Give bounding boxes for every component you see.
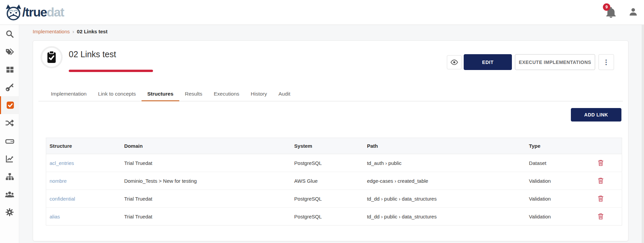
implementation-avatar <box>40 46 63 68</box>
path-cell: td_dd › public › data_structures <box>364 208 526 225</box>
trash-icon <box>597 177 604 184</box>
structure-link[interactable]: alias <box>50 214 60 219</box>
table-row: acl_entries Trial Truedat PostgreSQL td_… <box>46 154 622 172</box>
page-scrollbar[interactable] <box>642 25 644 243</box>
tab-implementation[interactable]: Implementation <box>45 88 92 101</box>
delete-link-button[interactable] <box>596 176 605 185</box>
sidebar-item-lineage[interactable] <box>0 168 19 185</box>
delete-link-button[interactable] <box>596 212 605 220</box>
path-cell: edge-cases › created_table <box>364 172 526 190</box>
breadcrumb-current: 02 Links test <box>77 29 108 34</box>
domain-cell: Trial Truedat <box>121 154 291 172</box>
notification-count-badge: 9 <box>603 3 610 11</box>
path-cell: td_auth › public <box>364 154 526 172</box>
truedat-logo[interactable]: /truedat <box>5 4 64 21</box>
column-header-type: Type <box>526 138 580 154</box>
table-row: alias Trial Truedat PostgreSQL td_dd › p… <box>46 208 622 225</box>
structure-link[interactable]: acl_entries <box>50 160 74 166</box>
check-square-icon <box>6 101 15 110</box>
more-options-button[interactable]: ⋮ <box>599 54 614 70</box>
sidebar-item-search[interactable] <box>0 25 19 43</box>
add-link-button[interactable]: ADD LINK <box>571 108 621 122</box>
system-cell: PostgreSQL <box>291 154 364 172</box>
table-header-row: Structure Domain System Path Type <box>46 138 622 154</box>
main-content: Implementations › 02 Links test 02 Links… <box>19 25 642 243</box>
trash-icon <box>597 159 604 166</box>
domain-cell: Dominio_Tests > New for testing <box>121 172 291 190</box>
delete-link-button[interactable] <box>596 159 605 167</box>
grid-icon <box>5 65 14 74</box>
breadcrumb: Implementations › 02 Links test <box>33 29 108 34</box>
column-header-structure: Structure <box>46 138 121 154</box>
edit-button[interactable]: EDIT <box>464 54 512 70</box>
sidebar-nav <box>0 25 19 243</box>
execute-implementations-button[interactable]: EXECUTE IMPLEMENTATIONS <box>515 54 595 70</box>
shuffle-icon <box>5 118 14 128</box>
notifications-bell-icon[interactable]: 9 <box>605 5 617 20</box>
system-cell: PostgreSQL <box>291 208 364 225</box>
system-cell: PostgreSQL <box>291 190 364 208</box>
chart-line-icon <box>5 154 14 163</box>
sidebar-item-charts[interactable] <box>0 150 19 168</box>
key-icon <box>5 83 14 92</box>
trash-icon <box>597 195 604 202</box>
tab-history[interactable]: History <box>245 88 273 101</box>
gear-icon <box>5 208 14 217</box>
sidebar-item-settings[interactable] <box>0 203 19 221</box>
column-header-actions <box>580 138 622 154</box>
structure-link[interactable]: nombre <box>50 178 67 184</box>
type-cell: Validation <box>526 208 580 225</box>
sitemap-icon <box>5 172 14 181</box>
title-underline-bar <box>69 70 153 72</box>
clipboard-check-icon <box>45 50 58 64</box>
sidebar-item-groups[interactable] <box>0 185 19 203</box>
sidebar-item-permissions[interactable] <box>0 78 19 96</box>
tab-structures[interactable]: Structures <box>142 88 179 101</box>
sidebar-item-systems[interactable] <box>0 132 19 150</box>
search-icon <box>5 29 14 38</box>
implementation-card: 02 Links test EDIT EXECUTE IMPLEMENTATIO… <box>33 40 628 241</box>
eye-icon <box>450 58 458 66</box>
topbar: /truedat 9 <box>0 0 644 25</box>
tags-icon <box>5 47 14 56</box>
domain-cell: Trial Truedat <box>121 190 291 208</box>
column-header-system: System <box>291 138 364 154</box>
system-cell: AWS Glue <box>291 172 364 190</box>
owl-logo-icon <box>5 4 22 21</box>
tab-audit[interactable]: Audit <box>273 88 296 101</box>
breadcrumb-implementations-link[interactable]: Implementations <box>33 29 70 34</box>
type-cell: Validation <box>526 172 580 190</box>
sidebar-item-implementations[interactable] <box>0 96 19 114</box>
structure-link[interactable]: confidential <box>50 196 75 202</box>
users-icon <box>5 189 14 199</box>
page-title: 02 Links test <box>69 49 116 59</box>
hard-drive-icon <box>5 136 14 146</box>
sidebar-item-modules[interactable] <box>0 61 19 78</box>
domain-cell: Trial Truedat <box>121 208 291 225</box>
tab-link-to-concepts[interactable]: Link to concepts <box>92 88 142 101</box>
delete-link-button[interactable] <box>596 194 605 203</box>
table-row: nombre Dominio_Tests > New for testing A… <box>46 172 622 190</box>
sidebar-item-relations[interactable] <box>0 114 19 132</box>
user-profile-icon[interactable] <box>628 7 638 17</box>
sidebar-item-tags[interactable] <box>0 43 19 61</box>
type-cell: Dataset <box>526 154 580 172</box>
table-row: confidential Trial Truedat PostgreSQL td… <box>46 190 622 208</box>
path-cell: td_dd › public › data_structures <box>364 190 526 208</box>
column-header-domain: Domain <box>121 138 291 154</box>
column-header-path: Path <box>364 138 526 154</box>
type-cell: Validation <box>526 190 580 208</box>
kebab-menu-icon: ⋮ <box>603 59 610 65</box>
structures-table: Structure Domain System Path Type acl_en… <box>46 138 622 225</box>
tab-executions[interactable]: Executions <box>208 88 245 101</box>
tab-results[interactable]: Results <box>179 88 208 101</box>
trash-icon <box>597 213 604 220</box>
breadcrumb-separator: › <box>72 29 74 34</box>
preview-button[interactable] <box>447 55 462 69</box>
tab-bar: Implementation Link to concepts Structur… <box>38 87 623 101</box>
logo-wordmark: /truedat <box>22 4 64 21</box>
